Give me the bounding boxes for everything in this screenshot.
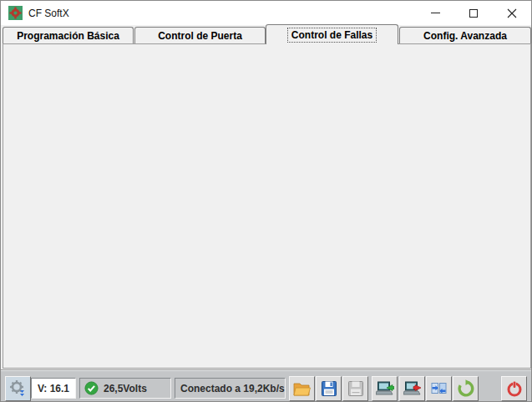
tab-label: Programación Básica	[17, 30, 119, 42]
version-panel: V: 16.1	[31, 378, 76, 399]
maximize-button[interactable]	[454, 1, 493, 25]
refresh-icon	[457, 379, 475, 398]
window-title: CF SoftX	[28, 8, 69, 19]
folder-icon	[293, 381, 311, 397]
close-button[interactable]	[493, 1, 531, 25]
tab-control-de-fallas[interactable]: Control de Fallas	[266, 24, 398, 44]
tab-label: Control de Puerta	[158, 30, 242, 42]
title-bar: CF SoftX	[1, 1, 531, 25]
tab-page-control-de-fallas	[3, 43, 531, 369]
close-icon	[507, 8, 517, 18]
minimize-icon	[431, 13, 440, 13]
tab-control-de-puerta[interactable]: Control de Puerta	[134, 27, 266, 43]
laptop-arrow-in-icon	[376, 380, 394, 398]
save-file-disabled-button	[342, 376, 368, 401]
connection-text: Conectado a 19,2Kb/s	[180, 383, 285, 394]
voltage-panel: 26,5Volts	[79, 378, 171, 399]
compare-data-button[interactable]	[426, 376, 452, 401]
tab-label: Config. Avanzada	[423, 30, 507, 42]
gear-arrows-icon	[9, 379, 28, 398]
minimize-button[interactable]	[416, 1, 454, 25]
tab-config-avanzada[interactable]: Config. Avanzada	[399, 27, 531, 43]
check-circle-icon	[84, 381, 99, 395]
app-window: CF SoftX Programación Básica Control de …	[0, 0, 532, 402]
refresh-button[interactable]	[453, 376, 479, 401]
upload-to-device-button[interactable]	[399, 376, 425, 401]
voltage-text: 26,5Volts	[104, 383, 147, 394]
tab-programacion-basica[interactable]: Programación Básica	[3, 27, 134, 43]
tab-label: Control de Fallas	[287, 28, 377, 43]
maximize-icon	[469, 9, 478, 18]
power-icon	[505, 379, 524, 398]
floppy-disk-disabled-icon	[347, 380, 364, 397]
connection-panel: Conectado a 19,2Kb/s	[175, 378, 286, 399]
download-from-device-button[interactable]	[372, 376, 398, 401]
app-icon	[8, 6, 23, 20]
version-text: V: 16.1	[38, 383, 69, 394]
laptop-arrow-out-icon	[403, 380, 422, 398]
power-off-button[interactable]	[501, 376, 527, 401]
compare-pages-icon	[430, 380, 448, 397]
floppy-disk-icon	[321, 380, 337, 397]
settings-process-button[interactable]	[5, 376, 31, 401]
status-bar: V: 16.1 26,5Volts Conectado a 19,2Kb/s	[1, 369, 531, 402]
open-file-button[interactable]	[289, 376, 315, 401]
save-file-button[interactable]	[316, 376, 342, 401]
